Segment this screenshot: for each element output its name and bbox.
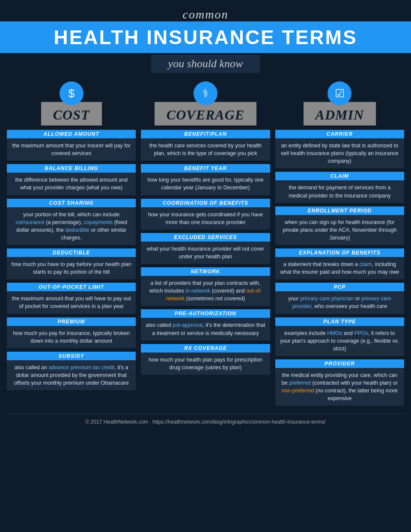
term-card-cost-6: SUBSIDYalso called an advance premium ta… (7, 352, 136, 390)
term-def-admin-5: examples include HMOs and PPOs, it refer… (275, 326, 404, 356)
term-card-coverage-3: EXCLUDED SERVICESwhat your health insura… (141, 233, 270, 264)
term-label-cost-2: COST SHARING (7, 199, 136, 207)
term-def-coverage-4: a list of providers that your plan contr… (141, 276, 270, 306)
term-def-admin-3: a statement that breaks down a claim, in… (275, 257, 404, 279)
header-sub: you should know (151, 55, 260, 73)
term-card-coverage-6: RX COVERAGEhow much your health plan pay… (141, 344, 270, 375)
term-def-coverage-6: how much your health plan pays for presc… (141, 353, 270, 375)
col-title-cost: COST (53, 107, 90, 123)
header: common HEALTH INSURANCE TERMS you should… (0, 0, 411, 77)
term-def-cost-4: the maximum amount that you will have to… (7, 291, 136, 314)
col-header-coverage: ⚕COVERAGE (141, 81, 270, 126)
term-label-coverage-3: EXCLUDED SERVICES (141, 233, 270, 242)
term-card-coverage-0: BENEFIT/PLANthe health care services cov… (141, 130, 270, 161)
term-card-admin-5: PLAN TYPEexamples include HMOs and PPOs,… (275, 317, 404, 356)
term-label-cost-0: ALLOWED AMOUNT (7, 130, 136, 138)
term-label-coverage-2: COORDINATION OF BENEFITS (141, 199, 270, 207)
term-label-admin-1: CLAIM (275, 172, 404, 180)
term-label-admin-3: EXPLANATION OF BENEFITS (275, 248, 404, 257)
col-cost: $COSTALLOWED AMOUNTthe maximum amount th… (7, 81, 136, 409)
term-def-cost-5: how much you pay for insurance, typicall… (7, 326, 136, 348)
term-def-coverage-1: how long your benefits are good for, typ… (141, 173, 270, 195)
term-card-coverage-4: NETWORKa list of providers that your pla… (141, 267, 270, 306)
term-label-admin-2: ENROLLMENT PERIOD (275, 206, 404, 215)
footer: © 2017 HealthNetwork.com · https://healt… (7, 413, 404, 428)
term-label-admin-4: PCP (275, 283, 404, 291)
col-admin: ☑ADMINCARRIERan entity defined by state … (275, 81, 404, 409)
term-def-cost-1: the difference between the allowed amoun… (7, 173, 136, 195)
term-card-cost-3: DEDUCTIBLEhow much you have to pay befor… (7, 248, 136, 279)
term-card-cost-1: BALANCE BILLINGthe difference between th… (7, 164, 136, 195)
term-label-cost-3: DEDUCTIBLE (7, 248, 136, 257)
term-def-coverage-2: how your insurance gets coordinated if y… (141, 207, 270, 230)
term-card-cost-2: COST SHARINGyour portion of the bill, wh… (7, 199, 136, 245)
term-def-cost-6: also called an advance premium tax credi… (7, 360, 136, 390)
term-card-coverage-5: PRE-AUTHORIZATIONalso called pre-approva… (141, 309, 270, 340)
term-def-admin-1: the demand for payment of services from … (275, 180, 404, 203)
term-def-admin-4: your primary care physician or primary c… (275, 291, 404, 314)
header-main: HEALTH INSURANCE TERMS (0, 21, 411, 53)
term-card-admin-4: PCPyour primary care physician or primar… (275, 283, 404, 314)
term-card-admin-6: PROVIDERthe medical entity providing you… (275, 359, 404, 406)
term-card-coverage-1: BENEFIT YEARhow long your benefits are g… (141, 164, 270, 195)
col-title-coverage: COVERAGE (167, 107, 244, 123)
term-def-cost-2: your portion of the bill, which can incl… (7, 207, 136, 245)
term-card-admin-0: CARRIERan entity defined by state law th… (275, 130, 404, 168)
term-def-admin-2: when you can sign up for health insuranc… (275, 215, 404, 245)
term-def-admin-6: the medical entity providing your care, … (275, 368, 404, 406)
term-def-cost-0: the maximum amount that your insurer wil… (7, 138, 136, 161)
term-def-coverage-0: the health care services covered by your… (141, 138, 270, 161)
term-card-cost-5: PREMIUMhow much you pay for insurance, t… (7, 317, 136, 348)
col-header-admin: ☑ADMIN (275, 81, 404, 126)
col-header-cost: $COST (7, 81, 136, 126)
term-label-admin-0: CARRIER (275, 130, 404, 138)
term-label-cost-1: BALANCE BILLING (7, 164, 136, 173)
term-label-admin-6: PROVIDER (275, 359, 404, 368)
header-common: common (0, 8, 411, 21)
term-card-admin-3: EXPLANATION OF BENEFITSa statement that … (275, 248, 404, 279)
admin-icon: ☑ (328, 81, 351, 105)
term-label-coverage-6: RX COVERAGE (141, 344, 270, 353)
coverage-icon: ⚕ (194, 81, 217, 105)
cost-icon: $ (60, 81, 83, 105)
col-coverage: ⚕COVERAGEBENEFIT/PLANthe health care ser… (141, 81, 270, 409)
term-def-coverage-5: also called pre-approval, it's the deter… (141, 318, 270, 340)
columns-container: $COSTALLOWED AMOUNTthe maximum amount th… (0, 77, 411, 413)
col-title-admin: ADMIN (316, 107, 364, 123)
term-card-admin-2: ENROLLMENT PERIODwhen you can sign up fo… (275, 206, 404, 245)
term-label-coverage-1: BENEFIT YEAR (141, 164, 270, 173)
term-def-coverage-3: what your health insurance provider will… (141, 242, 270, 264)
term-card-cost-4: OUT-OF-POCKET LIMITthe maximum amount th… (7, 283, 136, 314)
term-label-coverage-0: BENEFIT/PLAN (141, 130, 270, 138)
term-card-coverage-2: COORDINATION OF BENEFITShow your insuran… (141, 199, 270, 230)
term-card-cost-0: ALLOWED AMOUNTthe maximum amount that yo… (7, 130, 136, 161)
term-def-admin-0: an entity defined by state law that is a… (275, 138, 404, 168)
term-label-cost-5: PREMIUM (7, 317, 136, 326)
term-label-cost-6: SUBSIDY (7, 352, 136, 360)
term-label-cost-4: OUT-OF-POCKET LIMIT (7, 283, 136, 291)
term-label-coverage-4: NETWORK (141, 267, 270, 276)
term-card-admin-1: CLAIMthe demand for payment of services … (275, 172, 404, 203)
term-label-coverage-5: PRE-AUTHORIZATION (141, 309, 270, 318)
term-def-cost-3: how much you have to pay before your hea… (7, 257, 136, 279)
term-label-admin-5: PLAN TYPE (275, 317, 404, 326)
